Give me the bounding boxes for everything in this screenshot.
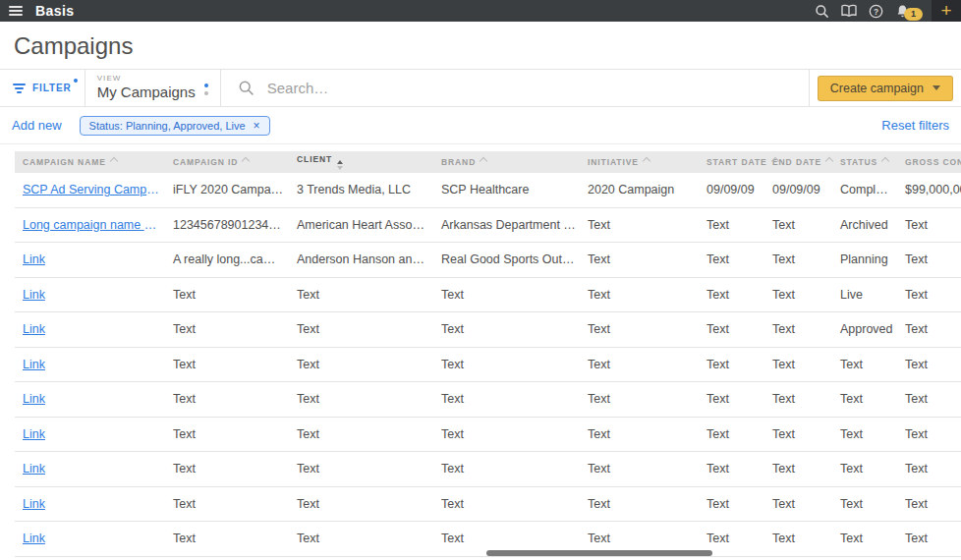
- table-cell: Anderson Hanson and Blanton...: [289, 243, 433, 278]
- table-cell: Text: [289, 522, 433, 557]
- campaign-name-link[interactable]: Link: [23, 427, 161, 441]
- table-cell: Text: [897, 277, 961, 312]
- table-row: SCP Ad Serving CampaigniFLY 2020 Campaig…: [15, 173, 961, 207]
- column-header[interactable]: CAMPAIGN ID: [165, 151, 289, 173]
- table-cell: Text: [897, 243, 961, 278]
- sort-caret-icon: [242, 157, 250, 165]
- add-new-filter-link[interactable]: Add new: [12, 118, 62, 133]
- help-icon[interactable]: ?: [869, 4, 883, 19]
- reset-filters-link[interactable]: Reset filters: [881, 118, 949, 133]
- create-campaign-area: Create campaign: [809, 70, 961, 106]
- campaign-name-link[interactable]: Link: [23, 358, 161, 371]
- quick-add-icon[interactable]: [932, 0, 961, 22]
- table-cell: Text: [764, 486, 832, 522]
- table-cell: Text: [289, 312, 433, 348]
- table-cell: A really long...campaign id: [165, 243, 289, 278]
- table-cell: Text: [764, 277, 832, 312]
- table-cell: Text: [165, 347, 289, 382]
- create-campaign-button[interactable]: Create campaign: [818, 76, 953, 101]
- campaign-name-link[interactable]: SCP Ad Serving Campaign: [23, 183, 161, 196]
- table-cell: Text: [433, 312, 580, 348]
- table-cell: Text: [764, 312, 832, 348]
- table-row: LinkTextTextTextTextTextTextApprovedText: [15, 312, 961, 348]
- table-cell: 2020 Campaign: [580, 173, 699, 207]
- table-cell: Planning: [832, 243, 897, 278]
- table-cell: Text: [897, 347, 961, 382]
- campaign-name-link[interactable]: Long campaign name 12345678...: [23, 218, 161, 232]
- table-cell: iFLY 2020 Campaign: [165, 173, 289, 207]
- view-value: My Campaigns: [97, 84, 196, 101]
- table-body: SCP Ad Serving CampaigniFLY 2020 Campaig…: [15, 173, 961, 556]
- column-header[interactable]: CLIENT: [289, 151, 433, 173]
- table-cell: Text: [897, 417, 961, 452]
- menu-icon[interactable]: [9, 6, 23, 16]
- table-row: LinkA really long...campaign idAnderson …: [15, 243, 961, 278]
- table-cell: 1234567890123456789012: [165, 207, 289, 243]
- table-cell: Text: [832, 417, 897, 452]
- campaign-name-link[interactable]: Link: [23, 322, 161, 336]
- filter-button[interactable]: FILTER: [0, 70, 85, 106]
- campaign-name-cell: Link: [15, 417, 165, 452]
- column-header[interactable]: BRAND: [433, 151, 580, 173]
- search-input-icon: [238, 80, 254, 96]
- table-cell: Text: [699, 312, 764, 348]
- campaign-name-link[interactable]: Link: [23, 532, 161, 545]
- table-cell: Text: [764, 347, 832, 382]
- table-cell: Text: [897, 207, 961, 243]
- table-cell: Text: [699, 347, 764, 382]
- table-cell: Text: [764, 522, 832, 557]
- campaign-name-cell: Link: [15, 312, 165, 348]
- table-cell: 3 Trends Media, LLC: [289, 173, 433, 207]
- search-icon[interactable]: [815, 4, 829, 19]
- topbar-actions: ? 1: [815, 0, 961, 22]
- campaign-name-cell: Link: [15, 277, 165, 312]
- table-cell: SCP Healthcare: [433, 173, 580, 207]
- search-box: [221, 70, 809, 106]
- campaign-name-cell: Link: [15, 382, 165, 418]
- table-cell: Text: [289, 486, 433, 522]
- table-cell: Text: [433, 452, 580, 487]
- resources-book-icon[interactable]: [841, 4, 857, 18]
- campaign-name-cell: Link: [15, 452, 165, 487]
- column-label: CAMPAIGN ID: [173, 157, 238, 167]
- campaign-name-link[interactable]: Link: [23, 462, 161, 476]
- column-header[interactable]: CAMPAIGN NAME: [15, 151, 165, 173]
- table-cell: Text: [165, 522, 289, 557]
- table-cell: Text: [580, 347, 699, 382]
- view-modified-indicator: [204, 84, 208, 95]
- table-cell: Text: [764, 207, 832, 243]
- campaign-name-link[interactable]: Link: [23, 497, 161, 511]
- filter-icon: [13, 84, 26, 93]
- chip-close-icon[interactable]: ×: [254, 120, 260, 132]
- notifications-bell-icon[interactable]: 1: [895, 4, 910, 19]
- view-selector[interactable]: VIEW My Campaigns: [85, 70, 220, 106]
- column-header[interactable]: STATUS: [832, 151, 897, 173]
- campaign-name-cell: Link: [15, 522, 165, 557]
- column-header[interactable]: GROSS CONTRACTED: [897, 151, 961, 173]
- table-cell: Text: [699, 207, 764, 243]
- column-label: BRAND: [441, 157, 476, 167]
- table-cell: Text: [433, 347, 580, 382]
- table-cell: Text: [165, 277, 289, 312]
- table-cell: Text: [699, 382, 764, 418]
- table-row: LinkTextTextTextTextTextTextTextText: [15, 486, 961, 522]
- campaign-name-link[interactable]: Link: [23, 252, 161, 266]
- column-header[interactable]: START DATE: [699, 151, 764, 173]
- table-cell: Text: [699, 452, 764, 487]
- campaign-name-link[interactable]: Link: [23, 288, 161, 302]
- table-cell: Text: [289, 277, 433, 312]
- view-label: VIEW: [97, 75, 196, 84]
- column-label: START DATE: [707, 157, 767, 167]
- status-filter-chip[interactable]: Status: Planning, Approved, Live ×: [80, 116, 270, 136]
- column-header[interactable]: INITIATIVE: [580, 151, 699, 173]
- sort-caret-icon: [109, 157, 117, 165]
- table-cell: Real Good Sports Outdoor Out...: [433, 243, 580, 278]
- table-row: LinkTextTextTextTextTextTextTextText: [15, 382, 961, 418]
- campaign-name-link[interactable]: Link: [23, 392, 161, 406]
- search-input[interactable]: [265, 79, 809, 97]
- campaign-name-cell: Link: [15, 243, 165, 278]
- table-cell: Text: [433, 382, 580, 418]
- column-label: CAMPAIGN NAME: [23, 157, 106, 167]
- table-cell: Text: [433, 486, 580, 522]
- horizontal-scrollbar-thumb[interactable]: [486, 550, 712, 556]
